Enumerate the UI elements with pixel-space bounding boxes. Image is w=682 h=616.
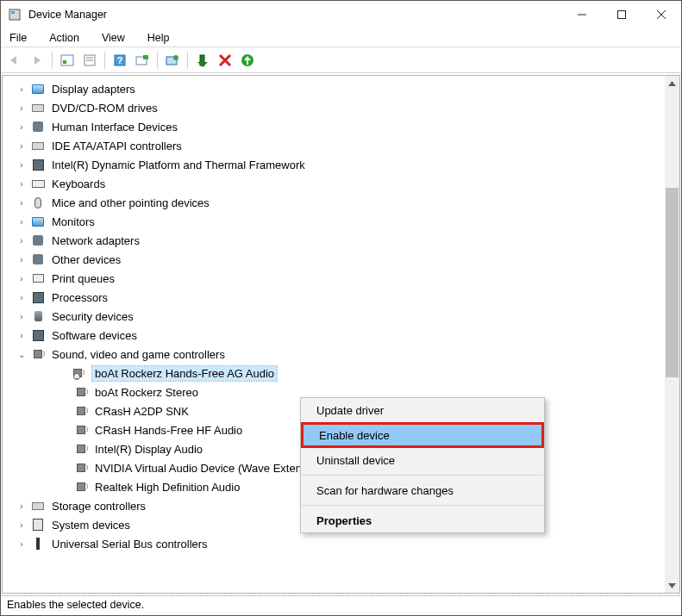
chevron-right-icon[interactable]: › xyxy=(15,160,28,170)
display-adapter-icon xyxy=(30,82,46,96)
menu-uninstall-device[interactable]: Uninstall device xyxy=(301,448,544,472)
window-title: Device Manager xyxy=(28,9,562,21)
tree-item-label: Storage controllers xyxy=(49,499,148,513)
audio-device-icon xyxy=(73,385,89,399)
tree-item-label: CRasH Hands-Free HF Audio xyxy=(92,423,245,438)
other-device-icon xyxy=(30,252,46,266)
chevron-right-icon[interactable]: › xyxy=(15,331,28,340)
chevron-right-icon[interactable]: › xyxy=(15,122,28,132)
scan-hardware-button[interactable] xyxy=(132,50,153,71)
statusbar: Enables the selected device. xyxy=(2,595,680,614)
chevron-down-icon[interactable]: ⌄ xyxy=(15,350,28,359)
tree-item-label: Processors xyxy=(49,290,110,305)
chevron-right-icon[interactable]: › xyxy=(15,274,28,283)
enable-device-button-toolbar[interactable] xyxy=(192,50,213,71)
software-device-icon xyxy=(30,328,46,342)
tree-item-label: IDE ATA/ATAPI controllers xyxy=(49,139,185,153)
tree-category[interactable]: ›Security devices xyxy=(3,307,665,326)
back-button[interactable] xyxy=(4,50,25,71)
chevron-right-icon[interactable]: › xyxy=(15,141,28,151)
storage-controller-icon xyxy=(30,499,46,513)
sound-controller-icon xyxy=(30,347,46,361)
chevron-right-icon[interactable]: › xyxy=(15,84,28,94)
tree-category[interactable]: ⌄Sound, video and game controllers xyxy=(3,345,665,364)
tree-category[interactable]: ›Print queues xyxy=(3,269,665,288)
tree-category[interactable]: ›Display adapters xyxy=(3,79,665,98)
menu-update-driver[interactable]: Update driver xyxy=(301,398,544,422)
tree-category[interactable]: ›IDE ATA/ATAPI controllers xyxy=(3,136,665,155)
window-controls xyxy=(562,1,681,28)
tree-category[interactable]: ›Universal Serial Bus controllers xyxy=(3,534,665,553)
menu-scan-hardware[interactable]: Scan for hardware changes xyxy=(301,478,544,502)
audio-device-icon xyxy=(73,461,89,475)
printer-icon xyxy=(30,271,46,285)
uninstall-device-button-toolbar[interactable] xyxy=(215,50,235,71)
svg-rect-14 xyxy=(143,55,148,59)
chevron-right-icon[interactable]: › xyxy=(15,217,28,227)
tree-item-label: Sound, video and game controllers xyxy=(49,347,228,362)
tree-category[interactable]: ›Keyboards xyxy=(3,174,665,193)
menu-file[interactable]: File xyxy=(6,30,30,46)
tree-item-label: Monitors xyxy=(49,215,97,229)
chevron-right-icon[interactable]: › xyxy=(15,501,28,511)
tree-item-label: Universal Serial Bus controllers xyxy=(49,537,210,551)
tree-category[interactable]: ›Software devices xyxy=(3,326,665,345)
add-legacy-button[interactable] xyxy=(237,50,258,71)
close-button[interactable] xyxy=(641,1,681,28)
chevron-right-icon[interactable]: › xyxy=(15,236,28,246)
properties-sheet-button[interactable] xyxy=(79,50,100,71)
forward-button[interactable] xyxy=(27,50,47,71)
hid-icon xyxy=(30,120,46,134)
chip-icon xyxy=(30,158,46,171)
chevron-right-icon[interactable]: › xyxy=(15,179,28,189)
tree-category[interactable]: ›Processors xyxy=(3,288,665,307)
tree-item-label: Intel(R) Display Audio xyxy=(92,442,205,457)
chevron-right-icon[interactable]: › xyxy=(15,312,28,321)
tree-category[interactable]: ›DVD/CD-ROM drives xyxy=(3,98,665,117)
help-button[interactable]: ? xyxy=(109,50,130,71)
status-text: Enables the selected device. xyxy=(7,599,144,611)
tree-item-label: CRasH A2DP SNK xyxy=(92,404,191,419)
tree-item-label: boAt Rockerz Hands-Free AG Audio xyxy=(92,366,277,381)
toolbar: ? xyxy=(1,47,681,73)
tree-category[interactable]: ›Other devices xyxy=(3,250,665,269)
tree-category[interactable]: ›Network adapters xyxy=(3,231,665,250)
scroll-thumb[interactable] xyxy=(666,188,679,377)
menu-view[interactable]: View xyxy=(98,30,128,46)
titlebar: Device Manager xyxy=(1,1,681,28)
chevron-right-icon[interactable]: › xyxy=(15,520,28,530)
tree-item-label: Mice and other pointing devices xyxy=(49,196,212,210)
tree-device[interactable]: ↓boAt Rockerz Hands-Free AG Audio xyxy=(3,364,665,383)
audio-device-icon xyxy=(73,480,89,494)
chevron-right-icon[interactable]: › xyxy=(15,293,28,302)
tree-category[interactable]: ›Mice and other pointing devices xyxy=(3,193,665,212)
menu-enable-device[interactable]: Enable device xyxy=(301,422,544,448)
audio-device-icon xyxy=(73,442,89,456)
svg-rect-7 xyxy=(63,60,66,64)
maximize-button[interactable] xyxy=(602,1,641,28)
menu-separator xyxy=(302,505,543,506)
menu-action[interactable]: Action xyxy=(46,30,83,46)
scroll-down-icon[interactable] xyxy=(665,578,679,593)
menu-help[interactable]: Help xyxy=(144,30,173,46)
audio-device-icon: ↓ xyxy=(73,366,89,380)
chevron-right-icon[interactable]: › xyxy=(15,255,28,264)
usb-controller-icon xyxy=(30,537,46,551)
chevron-right-icon[interactable]: › xyxy=(15,103,28,113)
svg-text:?: ? xyxy=(117,55,123,65)
tree-category[interactable]: ›Monitors xyxy=(3,212,665,231)
security-device-icon xyxy=(30,309,46,323)
tree-item-label: Human Interface Devices xyxy=(49,120,180,134)
vertical-scrollbar[interactable] xyxy=(665,76,679,593)
update-driver-button[interactable] xyxy=(162,50,183,71)
menubar: File Action View Help xyxy=(1,28,681,47)
minimize-button[interactable] xyxy=(562,1,602,28)
scroll-up-icon[interactable] xyxy=(665,76,679,90)
chevron-right-icon[interactable]: › xyxy=(15,198,28,208)
monitor-icon xyxy=(30,215,46,228)
show-hidden-button[interactable] xyxy=(57,50,78,71)
tree-category[interactable]: ›Intel(R) Dynamic Platform and Thermal F… xyxy=(3,155,665,174)
chevron-right-icon[interactable]: › xyxy=(15,539,28,549)
menu-properties[interactable]: Properties xyxy=(301,508,544,532)
tree-category[interactable]: ›Human Interface Devices xyxy=(3,117,665,136)
